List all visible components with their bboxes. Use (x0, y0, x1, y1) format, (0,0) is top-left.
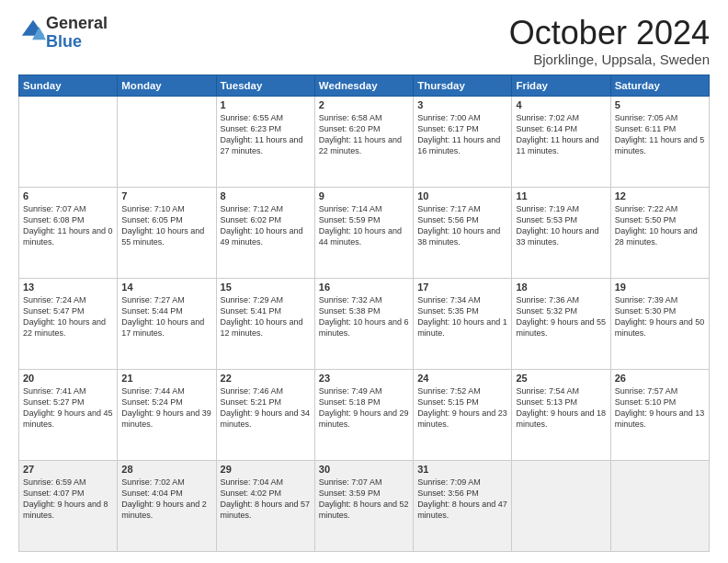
day-info: Sunrise: 7:02 AM Sunset: 6:14 PM Dayligh… (516, 112, 606, 157)
calendar-cell: 26Sunrise: 7:57 AM Sunset: 5:10 PM Dayli… (610, 369, 709, 460)
calendar-cell: 2Sunrise: 6:58 AM Sunset: 6:20 PM Daylig… (314, 96, 413, 187)
weekday-header-thursday: Thursday (414, 75, 512, 96)
day-info: Sunrise: 7:09 AM Sunset: 3:56 PM Dayligh… (417, 477, 507, 522)
day-number: 6 (23, 190, 113, 201)
day-info: Sunrise: 7:32 AM Sunset: 5:38 PM Dayligh… (319, 294, 409, 339)
calendar-cell: 11Sunrise: 7:19 AM Sunset: 5:53 PM Dayli… (512, 187, 610, 278)
day-info: Sunrise: 7:44 AM Sunset: 5:24 PM Dayligh… (121, 385, 211, 431)
day-number: 25 (516, 373, 606, 384)
calendar-cell: 8Sunrise: 7:12 AM Sunset: 6:02 PM Daylig… (216, 187, 314, 278)
day-info: Sunrise: 7:12 AM Sunset: 6:02 PM Dayligh… (221, 203, 311, 248)
calendar-cell: 22Sunrise: 7:46 AM Sunset: 5:21 PM Dayli… (216, 369, 314, 460)
calendar-cell (512, 460, 610, 551)
day-info: Sunrise: 7:52 AM Sunset: 5:15 PM Dayligh… (417, 385, 507, 431)
day-info: Sunrise: 7:07 AM Sunset: 3:59 PM Dayligh… (319, 477, 409, 522)
calendar-cell (610, 460, 709, 551)
day-number: 28 (121, 464, 211, 475)
weekday-header-sunday: Sunday (19, 75, 118, 96)
day-info: Sunrise: 7:14 AM Sunset: 5:59 PM Dayligh… (319, 203, 409, 248)
day-number: 24 (417, 373, 507, 384)
day-info: Sunrise: 7:54 AM Sunset: 5:13 PM Dayligh… (516, 385, 606, 431)
day-number: 13 (23, 282, 113, 293)
calendar-cell: 1Sunrise: 6:55 AM Sunset: 6:23 PM Daylig… (216, 96, 314, 187)
day-number: 29 (221, 464, 311, 475)
calendar-cell: 31Sunrise: 7:09 AM Sunset: 3:56 PM Dayli… (414, 460, 512, 551)
day-info: Sunrise: 7:04 AM Sunset: 4:02 PM Dayligh… (221, 477, 311, 522)
logo-icon (20, 18, 46, 44)
weekday-header-saturday: Saturday (610, 75, 709, 96)
calendar-week-1: 1Sunrise: 6:55 AM Sunset: 6:23 PM Daylig… (19, 96, 710, 187)
day-info: Sunrise: 7:36 AM Sunset: 5:32 PM Dayligh… (516, 294, 606, 339)
weekday-header-monday: Monday (118, 75, 216, 96)
day-number: 30 (319, 464, 409, 475)
day-info: Sunrise: 7:24 AM Sunset: 5:47 PM Dayligh… (23, 294, 113, 339)
day-info: Sunrise: 7:27 AM Sunset: 5:44 PM Dayligh… (121, 294, 211, 339)
calendar-cell (118, 96, 216, 187)
calendar-week-4: 20Sunrise: 7:41 AM Sunset: 5:27 PM Dayli… (19, 369, 710, 460)
location: Bjorklinge, Uppsala, Sweden (509, 52, 710, 67)
day-number: 27 (23, 464, 113, 475)
calendar-cell: 17Sunrise: 7:34 AM Sunset: 5:35 PM Dayli… (414, 278, 512, 369)
day-info: Sunrise: 7:29 AM Sunset: 5:41 PM Dayligh… (221, 294, 311, 339)
calendar-cell: 19Sunrise: 7:39 AM Sunset: 5:30 PM Dayli… (610, 278, 709, 369)
calendar-week-5: 27Sunrise: 6:59 AM Sunset: 4:07 PM Dayli… (19, 460, 710, 551)
calendar-cell: 29Sunrise: 7:04 AM Sunset: 4:02 PM Dayli… (216, 460, 314, 551)
day-number: 9 (319, 190, 409, 201)
day-info: Sunrise: 6:58 AM Sunset: 6:20 PM Dayligh… (319, 112, 409, 157)
calendar-cell: 23Sunrise: 7:49 AM Sunset: 5:18 PM Dayli… (314, 369, 413, 460)
day-number: 8 (221, 190, 311, 201)
calendar-cell: 5Sunrise: 7:05 AM Sunset: 6:11 PM Daylig… (610, 96, 709, 187)
day-number: 11 (516, 190, 606, 201)
calendar-cell: 24Sunrise: 7:52 AM Sunset: 5:15 PM Dayli… (414, 369, 512, 460)
month-title: October 2024 (509, 15, 710, 52)
day-info: Sunrise: 7:22 AM Sunset: 5:50 PM Dayligh… (615, 203, 705, 248)
calendar-cell: 3Sunrise: 7:00 AM Sunset: 6:17 PM Daylig… (414, 96, 512, 187)
calendar-week-2: 6Sunrise: 7:07 AM Sunset: 6:08 PM Daylig… (19, 187, 710, 278)
day-number: 3 (417, 99, 507, 110)
day-info: Sunrise: 6:55 AM Sunset: 6:23 PM Dayligh… (221, 112, 311, 157)
day-number: 22 (221, 373, 311, 384)
day-info: Sunrise: 7:10 AM Sunset: 6:05 PM Dayligh… (121, 203, 211, 248)
day-info: Sunrise: 7:17 AM Sunset: 5:56 PM Dayligh… (417, 203, 507, 248)
calendar-cell: 6Sunrise: 7:07 AM Sunset: 6:08 PM Daylig… (19, 187, 118, 278)
day-number: 2 (319, 99, 409, 110)
day-info: Sunrise: 7:19 AM Sunset: 5:53 PM Dayligh… (516, 203, 606, 248)
calendar-cell: 9Sunrise: 7:14 AM Sunset: 5:59 PM Daylig… (314, 187, 413, 278)
day-info: Sunrise: 7:46 AM Sunset: 5:21 PM Dayligh… (221, 385, 311, 431)
day-number: 10 (417, 190, 507, 201)
header: General Blue October 2024 Bjorklinge, Up… (18, 15, 710, 67)
calendar-cell: 21Sunrise: 7:44 AM Sunset: 5:24 PM Dayli… (118, 369, 216, 460)
day-info: Sunrise: 7:49 AM Sunset: 5:18 PM Dayligh… (319, 385, 409, 431)
calendar-table: SundayMondayTuesdayWednesdayThursdayFrid… (18, 75, 710, 552)
calendar-cell: 25Sunrise: 7:54 AM Sunset: 5:13 PM Dayli… (512, 369, 610, 460)
calendar-cell: 27Sunrise: 6:59 AM Sunset: 4:07 PM Dayli… (19, 460, 118, 551)
calendar-cell: 7Sunrise: 7:10 AM Sunset: 6:05 PM Daylig… (118, 187, 216, 278)
calendar-cell: 18Sunrise: 7:36 AM Sunset: 5:32 PM Dayli… (512, 278, 610, 369)
day-number: 1 (221, 99, 311, 110)
calendar-cell: 13Sunrise: 7:24 AM Sunset: 5:47 PM Dayli… (19, 278, 118, 369)
day-info: Sunrise: 7:39 AM Sunset: 5:30 PM Dayligh… (615, 294, 705, 339)
day-number: 31 (417, 464, 507, 475)
day-info: Sunrise: 7:05 AM Sunset: 6:11 PM Dayligh… (615, 112, 705, 157)
day-number: 12 (615, 190, 705, 201)
day-number: 21 (121, 373, 211, 384)
day-number: 23 (319, 373, 409, 384)
calendar-cell: 15Sunrise: 7:29 AM Sunset: 5:41 PM Dayli… (216, 278, 314, 369)
day-number: 26 (615, 373, 705, 384)
logo-blue-text: Blue (46, 32, 82, 51)
day-info: Sunrise: 7:57 AM Sunset: 5:10 PM Dayligh… (615, 385, 705, 431)
calendar-cell: 4Sunrise: 7:02 AM Sunset: 6:14 PM Daylig… (512, 96, 610, 187)
calendar-cell: 28Sunrise: 7:02 AM Sunset: 4:04 PM Dayli… (118, 460, 216, 551)
logo-general-text: General (46, 14, 108, 32)
day-number: 17 (417, 282, 507, 293)
day-number: 15 (221, 282, 311, 293)
day-info: Sunrise: 7:07 AM Sunset: 6:08 PM Dayligh… (23, 203, 113, 248)
calendar-page: General Blue October 2024 Bjorklinge, Up… (0, 0, 728, 563)
day-number: 5 (615, 99, 705, 110)
title-block: October 2024 Bjorklinge, Uppsala, Sweden (509, 15, 710, 67)
day-number: 20 (23, 373, 113, 384)
calendar-week-3: 13Sunrise: 7:24 AM Sunset: 5:47 PM Dayli… (19, 278, 710, 369)
calendar-cell: 30Sunrise: 7:07 AM Sunset: 3:59 PM Dayli… (314, 460, 413, 551)
calendar-cell: 14Sunrise: 7:27 AM Sunset: 5:44 PM Dayli… (118, 278, 216, 369)
weekday-header-row: SundayMondayTuesdayWednesdayThursdayFrid… (19, 75, 710, 96)
